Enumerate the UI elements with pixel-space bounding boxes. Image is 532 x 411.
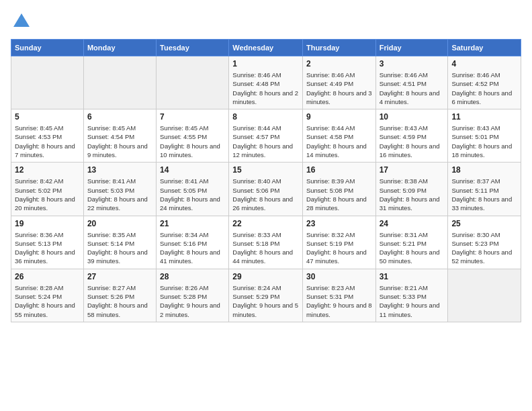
day-info: Sunrise: 8:42 AMSunset: 5:02 PMDaylight:…: [15, 177, 80, 212]
day-info-line: Sunrise: 8:31 AM: [380, 230, 445, 239]
day-info-line: Daylight: 9 hours and 11 minutes.: [380, 301, 445, 319]
day-info: Sunrise: 8:21 AMSunset: 5:33 PMDaylight:…: [380, 283, 445, 319]
calendar-cell: 1Sunrise: 8:46 AMSunset: 4:48 PMDaylight…: [229, 56, 303, 109]
day-info-line: Daylight: 9 hours and 2 minutes.: [160, 301, 225, 319]
day-info-line: Sunset: 5:28 PM: [160, 292, 225, 301]
day-info-line: Sunset: 5:02 PM: [15, 186, 80, 195]
day-info-line: Sunset: 5:16 PM: [160, 239, 225, 248]
day-info: Sunrise: 8:44 AMSunset: 4:57 PMDaylight:…: [232, 124, 299, 159]
day-info-line: Sunrise: 8:45 AM: [160, 124, 225, 132]
day-number: 2: [306, 59, 372, 68]
calendar-header: SundayMondayTuesdayWednesdayThursdayFrid…: [11, 40, 521, 56]
day-info-line: Daylight: 9 hours and 8 minutes.: [306, 301, 372, 319]
day-info: Sunrise: 8:32 AMSunset: 5:19 PMDaylight:…: [306, 230, 372, 266]
day-info-line: Sunset: 5:24 PM: [15, 292, 80, 301]
day-number: 6: [87, 112, 152, 122]
day-info-line: Sunset: 5:05 PM: [160, 186, 225, 195]
day-info-line: Sunset: 5:11 PM: [451, 186, 517, 195]
day-info-line: Sunset: 5:19 PM: [306, 239, 372, 248]
day-info-line: Sunset: 5:29 PM: [232, 292, 299, 301]
weekday-header-sunday: Sunday: [11, 40, 84, 56]
day-info-line: Sunrise: 8:30 AM: [451, 230, 517, 239]
day-number: 21: [160, 219, 225, 228]
calendar-cell: 29Sunrise: 8:24 AMSunset: 5:29 PMDayligh…: [229, 269, 303, 322]
day-info-line: Sunset: 5:31 PM: [306, 292, 372, 301]
day-info-line: Sunrise: 8:34 AM: [160, 230, 225, 239]
day-info-line: Sunrise: 8:36 AM: [15, 230, 80, 239]
day-number: 4: [451, 59, 517, 68]
logo: [11, 11, 35, 32]
day-info-line: Sunset: 5:18 PM: [232, 239, 299, 248]
day-info: Sunrise: 8:27 AMSunset: 5:26 PMDaylight:…: [87, 283, 152, 319]
day-info-line: Daylight: 8 hours and 12 minutes.: [232, 142, 299, 160]
day-number: 5: [15, 112, 80, 122]
calendar-cell: 12Sunrise: 8:42 AMSunset: 5:02 PMDayligh…: [11, 163, 84, 216]
day-number: 8: [232, 112, 299, 122]
day-info-line: Sunrise: 8:37 AM: [451, 177, 517, 185]
weekday-header-thursday: Thursday: [302, 40, 375, 56]
calendar-cell: 8Sunrise: 8:44 AMSunset: 4:57 PMDaylight…: [229, 109, 303, 163]
day-info-line: Sunset: 5:33 PM: [380, 292, 445, 301]
day-info-line: Sunset: 5:03 PM: [87, 186, 152, 195]
calendar-body: 1Sunrise: 8:46 AMSunset: 4:48 PMDaylight…: [11, 56, 521, 322]
logo-icon: [11, 11, 32, 32]
day-info: Sunrise: 8:45 AMSunset: 4:53 PMDaylight:…: [15, 124, 80, 159]
calendar-cell: 27Sunrise: 8:27 AMSunset: 5:26 PMDayligh…: [83, 269, 156, 322]
day-number: 26: [15, 272, 80, 281]
day-info-line: Daylight: 8 hours and 31 minutes.: [380, 195, 445, 213]
calendar-cell: 28Sunrise: 8:26 AMSunset: 5:28 PMDayligh…: [157, 269, 229, 322]
day-info-line: Daylight: 8 hours and 55 minutes.: [15, 301, 80, 319]
day-number: 1: [232, 59, 299, 68]
calendar-cell: 18Sunrise: 8:37 AMSunset: 5:11 PMDayligh…: [448, 163, 521, 216]
page-header: [11, 11, 521, 32]
day-info-line: Sunset: 5:06 PM: [232, 186, 299, 195]
day-info-line: Daylight: 8 hours and 2 minutes.: [232, 89, 299, 107]
day-info-line: Sunrise: 8:45 AM: [87, 124, 152, 132]
svg-rect-1: [17, 21, 26, 27]
weekday-header-friday: Friday: [375, 40, 448, 56]
day-info-line: Sunrise: 8:24 AM: [232, 283, 299, 292]
day-number: 20: [87, 219, 152, 228]
day-info-line: Sunrise: 8:28 AM: [15, 283, 80, 292]
day-info-line: Sunrise: 8:40 AM: [232, 177, 299, 185]
calendar-cell: 26Sunrise: 8:28 AMSunset: 5:24 PMDayligh…: [11, 269, 84, 322]
calendar-cell: 15Sunrise: 8:40 AMSunset: 5:06 PMDayligh…: [229, 163, 303, 216]
day-number: 31: [380, 272, 445, 281]
day-info: Sunrise: 8:40 AMSunset: 5:06 PMDaylight:…: [232, 177, 299, 212]
day-info-line: Sunrise: 8:46 AM: [451, 71, 517, 79]
day-info-line: Sunset: 5:08 PM: [306, 186, 372, 195]
day-info: Sunrise: 8:46 AMSunset: 4:48 PMDaylight:…: [232, 71, 299, 106]
calendar-cell: 31Sunrise: 8:21 AMSunset: 5:33 PMDayligh…: [375, 269, 448, 322]
weekday-header-tuesday: Tuesday: [157, 40, 229, 56]
day-info-line: Daylight: 8 hours and 26 minutes.: [232, 195, 299, 213]
day-number: 27: [87, 272, 152, 281]
day-info: Sunrise: 8:31 AMSunset: 5:21 PMDaylight:…: [380, 230, 445, 266]
day-info-line: Sunrise: 8:45 AM: [15, 124, 80, 132]
day-number: 10: [380, 112, 445, 122]
day-info-line: Daylight: 8 hours and 22 minutes.: [87, 195, 152, 213]
day-info-line: Sunrise: 8:27 AM: [87, 283, 152, 292]
day-info-line: Sunrise: 8:41 AM: [87, 177, 152, 185]
day-info-line: Sunrise: 8:44 AM: [232, 124, 299, 132]
day-info: Sunrise: 8:39 AMSunset: 5:08 PMDaylight:…: [306, 177, 372, 212]
day-number: 14: [160, 165, 225, 175]
day-info: Sunrise: 8:35 AMSunset: 5:14 PMDaylight:…: [87, 230, 152, 266]
calendar-cell: 23Sunrise: 8:32 AMSunset: 5:19 PMDayligh…: [302, 216, 375, 269]
day-info-line: Daylight: 8 hours and 18 minutes.: [451, 142, 517, 160]
day-info-line: Sunset: 4:52 PM: [451, 79, 517, 88]
calendar-cell: 6Sunrise: 8:45 AMSunset: 4:54 PMDaylight…: [83, 109, 156, 163]
calendar-cell: 22Sunrise: 8:33 AMSunset: 5:18 PMDayligh…: [229, 216, 303, 269]
day-info-line: Sunrise: 8:44 AM: [306, 124, 372, 132]
day-info-line: Sunrise: 8:32 AM: [306, 230, 372, 239]
day-number: 11: [451, 112, 517, 122]
calendar-cell: 7Sunrise: 8:45 AMSunset: 4:55 PMDaylight…: [157, 109, 229, 163]
day-number: 18: [451, 165, 517, 175]
calendar-cell: 4Sunrise: 8:46 AMSunset: 4:52 PMDaylight…: [448, 56, 521, 109]
day-info-line: Daylight: 8 hours and 24 minutes.: [160, 195, 225, 213]
day-info: Sunrise: 8:41 AMSunset: 5:03 PMDaylight:…: [87, 177, 152, 212]
calendar-week-2: 5Sunrise: 8:45 AMSunset: 4:53 PMDaylight…: [11, 109, 521, 163]
day-info-line: Sunrise: 8:26 AM: [160, 283, 225, 292]
day-info-line: Daylight: 8 hours and 16 minutes.: [380, 142, 445, 160]
calendar-cell: 19Sunrise: 8:36 AMSunset: 5:13 PMDayligh…: [11, 216, 84, 269]
day-info-line: Daylight: 8 hours and 20 minutes.: [15, 195, 80, 213]
